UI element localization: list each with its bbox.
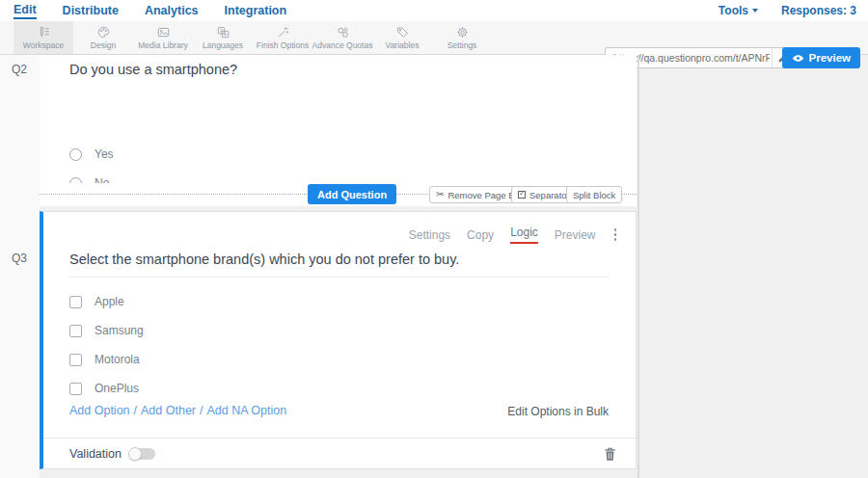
nav-tab-distribute[interactable]: Distribute [63, 4, 119, 17]
trash-icon [604, 446, 616, 462]
toolbar-item-workspace[interactable]: Workspace [14, 21, 73, 54]
nav-tab-integration[interactable]: Integration [225, 4, 287, 17]
question-card-q2: Do you use a smartphone? Yes No [40, 55, 637, 203]
svg-text:a: a [224, 32, 227, 37]
settings-icon [455, 25, 470, 40]
split-block-button[interactable]: Split Block [566, 186, 622, 203]
tab-preview[interactable]: Preview [555, 228, 596, 242]
toolbar-item-finish-options[interactable]: Finish Options [253, 21, 312, 54]
top-nav: Edit Distribute Analytics Integration To… [0, 0, 868, 21]
eye-icon [792, 54, 804, 63]
checkbox[interactable] [69, 383, 82, 395]
tab-logic[interactable]: Logic [510, 226, 538, 244]
checkbox[interactable] [69, 354, 82, 366]
advance-quotas-icon [336, 25, 350, 40]
survey-editor-screen: Edit Distribute Analytics Integration To… [0, 0, 868, 478]
toolbar-item-languages[interactable]: Aa Languages [193, 21, 253, 54]
tools-label: Tools [719, 4, 748, 17]
workspace-icon [37, 25, 51, 40]
q3-option-samsung[interactable]: Samsung [69, 324, 144, 337]
page-break-row: Add Question ✂ Remove Page Break Separat… [40, 183, 637, 206]
q3-question-text[interactable]: Select the smartphone brand(s) which you… [69, 252, 610, 278]
add-na-option-link[interactable]: Add NA Option [207, 404, 287, 417]
radio-button[interactable] [69, 148, 82, 161]
footer-divider [43, 438, 636, 438]
nav-tab-edit[interactable]: Edit [14, 3, 37, 19]
languages-icon: Aa [216, 25, 231, 40]
add-option-link[interactable]: Add Option [69, 404, 130, 417]
q3-number-label: Q3 [12, 252, 27, 265]
delete-question-button[interactable] [604, 446, 616, 465]
add-other-link[interactable]: Add Other [141, 404, 196, 417]
design-icon [96, 25, 111, 40]
caret-down-icon [752, 9, 758, 13]
option-links-row: Add Option / Add Other / Add NA Option [69, 404, 286, 417]
q2-number-label: Q2 [12, 63, 27, 76]
checkbox[interactable] [69, 296, 82, 308]
q3-option-oneplus[interactable]: OnePlus [69, 382, 139, 395]
svg-text:A: A [220, 29, 223, 34]
nav-tab-analytics[interactable]: Analytics [145, 4, 199, 17]
toggle-knob [128, 447, 142, 461]
kebab-menu-icon[interactable] [612, 226, 619, 243]
link-separator: / [134, 404, 137, 417]
edit-options-in-bulk-link[interactable]: Edit Options in Bulk [507, 405, 609, 418]
question-number-gutter [0, 55, 40, 478]
toolbar-item-advance-quotas[interactable]: Advance Quotas [312, 21, 372, 54]
preview-button[interactable]: Preview [782, 47, 860, 68]
media-library-icon [156, 25, 171, 40]
validation-label: Validation [69, 447, 122, 461]
nav-right-group: Tools Responses: 3 [719, 4, 868, 17]
link-separator: / [200, 404, 203, 417]
responses-link[interactable]: Responses: 3 [781, 4, 856, 17]
preview-label: Preview [809, 52, 851, 64]
tab-copy[interactable]: Copy [467, 228, 494, 242]
question-card-q3: Settings Copy Logic Preview Select the s… [40, 211, 637, 469]
checkbox[interactable] [69, 325, 82, 337]
q2-option-yes[interactable]: Yes [69, 147, 114, 161]
q3-option-motorola[interactable]: Motorola [69, 353, 140, 366]
q2-question-text[interactable]: Do you use a smartphone? [69, 62, 237, 77]
checkbox-check-icon [518, 191, 526, 199]
editor-toolbar: Workspace Design Media Library Aa Langua… [0, 21, 868, 55]
variables-icon [395, 25, 410, 40]
add-question-button[interactable]: Add Question [308, 184, 396, 204]
q3-option-apple[interactable]: Apple [69, 295, 124, 308]
tools-menu[interactable]: Tools [719, 4, 758, 17]
tab-settings[interactable]: Settings [409, 228, 450, 242]
toolbar-item-variables[interactable]: Variables [372, 21, 432, 54]
scrollbar[interactable] [637, 55, 639, 478]
q3-action-tabs: Settings Copy Logic Preview [409, 226, 618, 244]
validation-toggle[interactable] [129, 448, 155, 460]
scissors-icon: ✂ [436, 190, 444, 199]
finish-options-icon [276, 25, 290, 40]
toolbar-item-settings[interactable]: Settings [432, 21, 492, 54]
toolbar-item-design[interactable]: Design [73, 21, 133, 54]
validation-row: Validation [69, 447, 155, 461]
toolbar-item-media-library[interactable]: Media Library [133, 21, 193, 54]
